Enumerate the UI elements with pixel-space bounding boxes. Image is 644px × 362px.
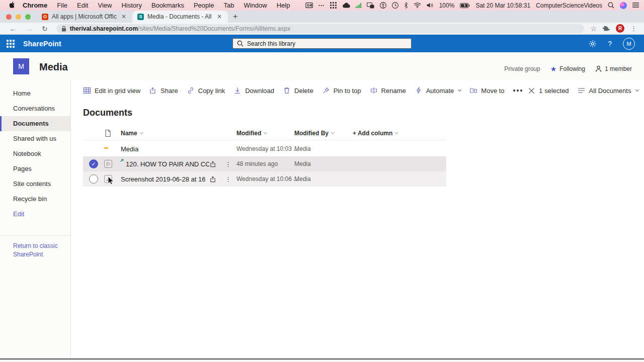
- sidebar-item-documents[interactable]: Documents: [0, 116, 70, 131]
- back-icon[interactable]: ←: [10, 25, 17, 33]
- column-header-name[interactable]: Name: [117, 130, 236, 137]
- automate-dropdown[interactable]: Automate: [415, 86, 461, 95]
- column-header-modified[interactable]: Modified: [236, 130, 294, 137]
- select-row-circle[interactable]: [89, 174, 98, 184]
- site-logo[interactable]: M: [13, 58, 29, 74]
- menu-item-edit[interactable]: Edit: [77, 2, 88, 9]
- help-icon[interactable]: ?: [608, 40, 612, 48]
- item-more-icon[interactable]: ⋮: [225, 160, 231, 168]
- site-title[interactable]: Media: [39, 61, 68, 73]
- menu-item-tab[interactable]: Tab: [223, 2, 234, 9]
- sidebar-item-conversations[interactable]: Conversations: [0, 101, 70, 116]
- pin-to-top-button[interactable]: Pin to top: [322, 86, 361, 95]
- browser-menu-icon[interactable]: ⋮: [630, 25, 637, 32]
- new-tab-button[interactable]: +: [228, 12, 244, 23]
- app-launcher-icon[interactable]: [7, 40, 15, 48]
- lock-icon[interactable]: [61, 26, 66, 32]
- sidebar-item-notebook[interactable]: Notebook: [0, 146, 70, 161]
- item-modified-by[interactable]: Media: [294, 175, 353, 183]
- bluetooth-icon[interactable]: [404, 2, 408, 9]
- extensions-puzzle-icon[interactable]: [603, 25, 610, 32]
- edit-grid-view-button[interactable]: Edit in grid view: [83, 86, 140, 95]
- delete-button[interactable]: Delete: [283, 86, 313, 95]
- download-button[interactable]: Download: [233, 86, 274, 95]
- search-input[interactable]: [247, 40, 407, 47]
- address-bar[interactable]: therival.sharepoint.com/sites/Media/Shar…: [56, 24, 585, 33]
- menu-item-people[interactable]: People: [194, 2, 214, 9]
- copy-link-button[interactable]: Copy link: [187, 86, 225, 95]
- table-row-media-folder[interactable]: Media Wednesday at 10:03 ... Media: [83, 141, 446, 156]
- sidebar-item-shared-with-us[interactable]: Shared with us: [0, 131, 70, 146]
- item-more-icon[interactable]: ⋮: [225, 175, 231, 183]
- item-name[interactable]: 120. HOW TO PAIR AND CON...: [126, 160, 209, 168]
- column-header-modified-by[interactable]: Modified By: [294, 130, 353, 137]
- zoom-window-button[interactable]: [25, 14, 31, 20]
- item-name[interactable]: Media: [121, 145, 138, 153]
- signal-bars-icon[interactable]: [356, 3, 361, 8]
- share-icon[interactable]: [209, 175, 217, 183]
- share-button[interactable]: Share: [149, 86, 178, 95]
- share-icon[interactable]: [209, 160, 217, 168]
- menu-item-help[interactable]: Help: [277, 2, 290, 9]
- item-modified-by[interactable]: Media: [294, 160, 353, 167]
- tab-close-icon[interactable]: ✕: [120, 13, 127, 20]
- table-row-video-selected[interactable]: ✓ 120. HOW TO PAIR AND CON... ⋮ 48 minut…: [83, 156, 446, 171]
- settings-gear-icon[interactable]: [589, 40, 597, 48]
- members-button[interactable]: 1 member: [595, 65, 632, 72]
- siri-icon[interactable]: [620, 2, 627, 9]
- following-button[interactable]: ★Following: [550, 65, 585, 73]
- volume-icon[interactable]: [427, 3, 434, 8]
- tab-sharepoint-media[interactable]: S Media - Documents - All Docu ✕: [132, 11, 228, 23]
- return-to-classic-link[interactable]: Return to classic SharePoint: [0, 242, 70, 259]
- bookmark-star-icon[interactable]: ☆: [590, 25, 597, 33]
- menu-item-chrome[interactable]: Chrome: [23, 2, 47, 9]
- browser-profile-avatar[interactable]: R: [616, 24, 624, 33]
- menu-item-history[interactable]: History: [121, 2, 141, 9]
- selected-check-icon[interactable]: ✓: [89, 159, 98, 168]
- url-host: therival.sharepoint.com: [70, 25, 138, 32]
- time-machine-icon[interactable]: [392, 2, 398, 9]
- table-row-screenshot[interactable]: Screenshot 2019-06-28 at 16.... ⋮ Wednes…: [83, 171, 446, 187]
- sidebar-item-recycle-bin[interactable]: Recycle bin: [0, 192, 70, 207]
- sidebar-item-site-contents[interactable]: Site contents: [0, 176, 70, 192]
- close-window-button[interactable]: [6, 14, 12, 20]
- view-selector-dropdown[interactable]: All Documents: [578, 87, 639, 95]
- menu-item-bookmarks[interactable]: Bookmarks: [151, 2, 184, 9]
- menu-item-window[interactable]: Window: [244, 2, 267, 9]
- sidebar-item-edit[interactable]: Edit: [0, 207, 70, 222]
- more-status-icon[interactable]: ···: [318, 2, 325, 9]
- item-name[interactable]: Screenshot 2019-06-28 at 16....: [121, 175, 205, 183]
- clear-selection-button[interactable]: 1 selected: [528, 87, 569, 95]
- tab-office[interactable]: O All apps | Microsoft Office ✕: [37, 11, 132, 23]
- sharepoint-brand[interactable]: SharePoint: [23, 40, 61, 48]
- battery-icon[interactable]: [460, 3, 470, 8]
- accessibility-icon[interactable]: [380, 2, 386, 9]
- menu-item-file[interactable]: File: [57, 2, 67, 9]
- minimize-window-button[interactable]: [16, 14, 21, 20]
- display-mirroring-icon[interactable]: [367, 3, 374, 9]
- sidebar-item-pages[interactable]: Pages: [0, 161, 70, 176]
- item-modified-by[interactable]: Media: [294, 145, 353, 152]
- wifi-icon[interactable]: [414, 3, 421, 8]
- overflow-menu-icon[interactable]: •••: [513, 86, 524, 95]
- reload-icon[interactable]: ↻: [42, 25, 48, 33]
- tab-close-icon[interactable]: ✕: [216, 13, 223, 20]
- cloud-icon[interactable]: [342, 3, 350, 8]
- apple-icon[interactable]: [9, 2, 16, 9]
- sidebar-item-home[interactable]: Home: [0, 86, 70, 101]
- library-search-box[interactable]: [232, 38, 412, 49]
- keyboard-grid-icon[interactable]: [330, 2, 337, 9]
- selected-count-label: 1 selected: [539, 87, 569, 95]
- account-avatar[interactable]: M: [623, 38, 635, 50]
- screen-record-icon[interactable]: [305, 3, 313, 8]
- menu-item-view[interactable]: View: [98, 2, 112, 9]
- add-column-button[interactable]: + Add column: [353, 130, 446, 137]
- rename-button[interactable]: Rename: [370, 86, 406, 95]
- move-to-button[interactable]: Move to: [469, 86, 504, 95]
- logged-in-user[interactable]: ComputerScienceVideos: [536, 2, 602, 9]
- forward-icon[interactable]: →: [26, 25, 33, 33]
- menu-bar-clock[interactable]: Sat 20 Mar 10:58:31: [475, 2, 530, 9]
- spotlight-icon[interactable]: [608, 2, 614, 9]
- file-type-column-icon[interactable]: [104, 129, 117, 137]
- notification-center-icon[interactable]: [632, 3, 639, 8]
